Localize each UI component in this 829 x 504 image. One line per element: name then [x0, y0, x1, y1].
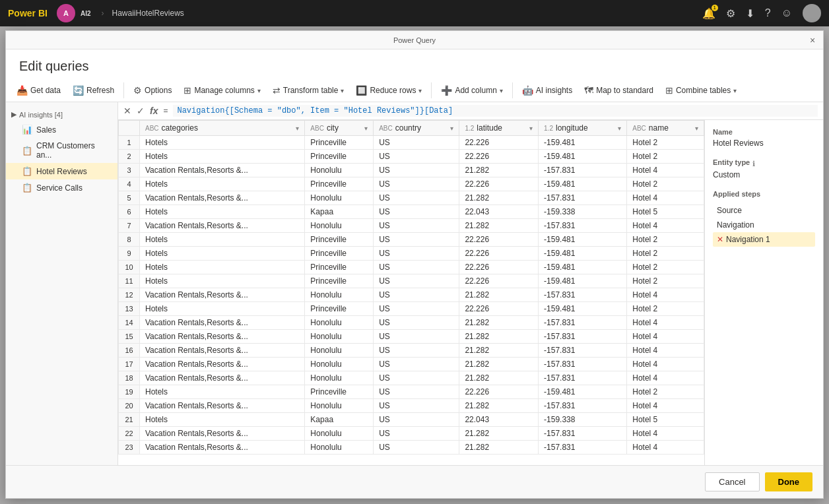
table-row[interactable]: 21HotelsKapaaUS22.043-159.338Hotel 5: [119, 413, 704, 427]
table-row[interactable]: 6HotelsKapaaUS22.043-159.338Hotel 5: [119, 205, 704, 219]
sidebar-item-label: Sales: [36, 125, 56, 135]
table-cell: US: [374, 413, 459, 427]
data-table-container[interactable]: ABC categories ▾ ABC city: [118, 120, 704, 465]
table-cell: -159.481: [539, 177, 627, 191]
settings-icon[interactable]: ⚙: [726, 7, 735, 20]
col-header-name[interactable]: ABC name ▾: [627, 121, 704, 136]
combine-tables-button[interactable]: ⊞ Combine tables ▾: [660, 82, 742, 99]
table-row[interactable]: 10HotelsPrincevilleUS22.226-159.481Hotel…: [119, 261, 704, 274]
table-cell: US: [374, 385, 459, 399]
table-cell: Hotels: [140, 413, 305, 427]
step-navigation[interactable]: Navigation: [713, 218, 815, 232]
name-label: Name: [713, 128, 815, 136]
map-to-standard-button[interactable]: 🗺 Map to standard: [579, 82, 659, 99]
crm-icon: 📋: [22, 146, 32, 156]
table-cell: Hotel 4: [627, 358, 704, 371]
table-row[interactable]: 23Vacation Rentals,Resorts &...HonoluluU…: [119, 441, 704, 455]
table-cell: US: [374, 330, 459, 344]
manage-columns-button[interactable]: ⊞ Manage columns ▾: [178, 82, 265, 99]
formula-input[interactable]: [173, 105, 818, 117]
col-filter-country[interactable]: ▾: [450, 125, 453, 132]
reduce-rows-icon: 🔲: [356, 85, 367, 96]
table-cell: -157.831: [539, 219, 627, 233]
table-row[interactable]: 18Vacation Rentals,Resorts &...HonoluluU…: [119, 371, 704, 385]
table-row[interactable]: 1HotelsPrincevilleUS22.226-159.481Hotel …: [119, 136, 704, 150]
formula-fx-icon[interactable]: fx: [150, 106, 158, 116]
table-cell: US: [374, 205, 459, 219]
col-filter-categories[interactable]: ▾: [296, 125, 299, 132]
get-data-button[interactable]: 📥 Get data: [11, 82, 66, 99]
formula-cancel-icon[interactable]: ✕: [123, 106, 131, 116]
table-row[interactable]: 17Vacation Rentals,Resorts &...HonoluluU…: [119, 358, 704, 371]
table-row[interactable]: 20Vacation Rentals,Resorts &...HonoluluU…: [119, 399, 704, 413]
row-number: 18: [119, 371, 140, 385]
table-cell: Honolulu: [305, 399, 374, 413]
col-header-categories[interactable]: ABC categories ▾: [140, 121, 305, 136]
user-avatar[interactable]: A: [57, 4, 75, 22]
table-cell: 22.226: [459, 261, 539, 274]
group-expand-icon[interactable]: ▶: [11, 110, 17, 119]
col-header-longitude[interactable]: 1.2 longitude ▾: [539, 121, 627, 136]
table-cell: US: [374, 344, 459, 358]
col-type-latitude: 1.2: [465, 125, 474, 132]
add-column-button[interactable]: ➕ Add column ▾: [436, 82, 508, 99]
formula-confirm-icon[interactable]: ✓: [137, 106, 145, 116]
table-row[interactable]: 16Vacation Rentals,Resorts &...HonoluluU…: [119, 344, 704, 358]
table-row[interactable]: 4HotelsPrincevilleUS22.226-159.481Hotel …: [119, 177, 704, 191]
refresh-button[interactable]: 🔄 Refresh: [67, 82, 119, 99]
reduce-rows-button[interactable]: 🔲 Reduce rows ▾: [350, 82, 427, 99]
entity-type-info-icon[interactable]: ℹ: [752, 160, 755, 168]
col-header-country[interactable]: ABC country ▾: [374, 121, 459, 136]
table-row[interactable]: 19HotelsPrincevilleUS22.226-159.481Hotel…: [119, 385, 704, 399]
transform-table-button[interactable]: ⇄ Transform table ▾: [267, 82, 350, 99]
table-row[interactable]: 14Vacation Rentals,Resorts &...HonoluluU…: [119, 316, 704, 330]
entity-type-section: Entity type ℹ Custom: [713, 158, 815, 179]
table-cell: Hotel 2: [627, 150, 704, 164]
table-row[interactable]: 11HotelsPrincevilleUS22.226-159.481Hotel…: [119, 274, 704, 288]
emoji-icon[interactable]: ☺: [781, 7, 792, 19]
profile-avatar[interactable]: [803, 4, 821, 22]
table-cell: US: [374, 302, 459, 316]
table-cell: Hotel 2: [627, 177, 704, 191]
sidebar-item-service-calls[interactable]: 📋 Service Calls: [6, 179, 117, 196]
table-cell: Hotel 4: [627, 191, 704, 205]
done-button[interactable]: Done: [765, 472, 813, 491]
applied-steps-title: Applied steps: [713, 190, 815, 198]
sidebar-item-hotel-reviews[interactable]: 📋 Hotel Reviews: [6, 163, 117, 179]
sidebar-item-sales[interactable]: 📊 Sales: [6, 121, 117, 138]
table-row[interactable]: 8HotelsPrincevilleUS22.226-159.481Hotel …: [119, 233, 704, 247]
ai-insights-button[interactable]: 🤖 AI insights: [517, 82, 578, 99]
step-navigation-1[interactable]: ✕ Navigation 1: [713, 232, 815, 247]
close-button[interactable]: ×: [807, 35, 818, 46]
col-header-city[interactable]: ABC city ▾: [305, 121, 374, 136]
table-row[interactable]: 2HotelsPrincevilleUS22.226-159.481Hotel …: [119, 150, 704, 164]
table-row[interactable]: 5Vacation Rentals,Resorts &...HonoluluUS…: [119, 191, 704, 205]
table-cell: Hotel 2: [627, 261, 704, 274]
help-icon[interactable]: ?: [765, 7, 771, 19]
col-header-latitude[interactable]: 1.2 latitude ▾: [459, 121, 539, 136]
table-cell: -159.481: [539, 302, 627, 316]
row-number: 8: [119, 233, 140, 247]
step-source[interactable]: Source: [713, 203, 815, 218]
col-filter-name[interactable]: ▾: [695, 125, 698, 132]
table-cell: 21.282: [459, 219, 539, 233]
sidebar-item-crm[interactable]: 📋 CRM Customers an...: [6, 138, 117, 163]
col-filter-latitude[interactable]: ▾: [529, 125, 533, 132]
row-number: 15: [119, 330, 140, 344]
step-delete-icon[interactable]: ✕: [717, 235, 723, 244]
options-button[interactable]: ⚙ Options: [128, 82, 177, 99]
table-row[interactable]: 7Vacation Rentals,Resorts &...HonoluluUS…: [119, 219, 704, 233]
notification-icon[interactable]: 🔔 1: [702, 7, 715, 20]
table-row[interactable]: 15Vacation Rentals,Resorts &...HonoluluU…: [119, 330, 704, 344]
table-row[interactable]: 9HotelsPrincevilleUS22.226-159.481Hotel …: [119, 247, 704, 261]
cancel-button[interactable]: Cancel: [705, 472, 759, 491]
table-cell: Honolulu: [305, 441, 374, 455]
table-row[interactable]: 12Vacation Rentals,Resorts &...HonoluluU…: [119, 288, 704, 302]
col-filter-longitude[interactable]: ▾: [618, 125, 621, 132]
table-row[interactable]: 3Vacation Rentals,Resorts &...HonoluluUS…: [119, 164, 704, 177]
table-cell: Vacation Rentals,Resorts &...: [140, 219, 305, 233]
table-row[interactable]: 13HotelsPrincevilleUS22.226-159.481Hotel…: [119, 302, 704, 316]
table-row[interactable]: 22Vacation Rentals,Resorts &...HonoluluU…: [119, 427, 704, 441]
col-filter-city[interactable]: ▾: [364, 125, 368, 132]
download-icon[interactable]: ⬇: [746, 7, 754, 20]
